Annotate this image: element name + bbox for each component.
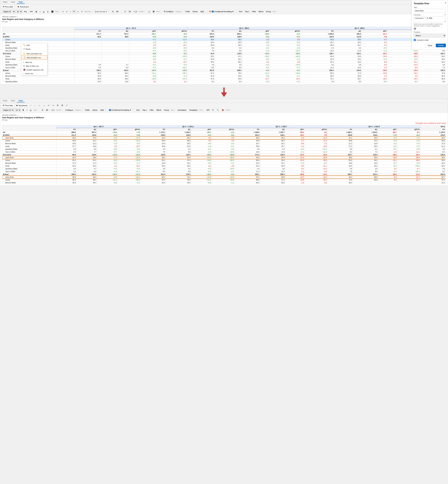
wrap-button[interactable]: ↵	[80, 10, 84, 13]
filter-button[interactable]: Filter	[251, 10, 257, 13]
add-calculated-row-item[interactable]: 📐 Add calculated row	[21, 52, 47, 55]
bottom-filter[interactable]: Filter	[149, 108, 155, 112]
include-total-checkbox[interactable]	[414, 39, 416, 41]
cell-value: 48.4	[301, 55, 335, 58]
bottom-templates[interactable]: Templates	[188, 108, 199, 112]
bottom-unit[interactable]: ÷1.2	[50, 108, 56, 112]
nav-up-button[interactable]: ↑	[30, 104, 33, 107]
split-button[interactable]: Split	[199, 10, 205, 13]
configure-button[interactable]: ⚙ Configure	[162, 10, 175, 13]
conditional-formatting-button[interactable]: 🎨 2 Conditional formatting ▼	[208, 10, 235, 13]
nav-down-button[interactable]: ↓	[33, 104, 37, 107]
edit-menu-item[interactable]: ✏️ Edit	[21, 43, 47, 47]
underline-button[interactable]: U	[42, 10, 46, 13]
pivot-data-button[interactable]: ⊞ Pivot data	[1, 5, 14, 8]
blend-button[interactable]: Blend	[257, 10, 264, 13]
bottom-bold[interactable]: B	[21, 108, 25, 112]
unit-button[interactable]: ÷1.2	[132, 10, 138, 13]
bottom-sort[interactable]: Sort	[135, 108, 141, 112]
bold-button[interactable]: B	[34, 10, 38, 13]
font-larger-button[interactable]: A▲	[23, 10, 28, 13]
bottom-kpi[interactable]: KPI	[205, 108, 211, 112]
series-button[interactable]: Series	[191, 10, 199, 13]
settings2-button[interactable]: ⚙	[56, 104, 60, 107]
italic-button[interactable]: I	[39, 10, 41, 13]
font-size-select[interactable]: 12	[16, 10, 22, 13]
collapse-icon[interactable]: ⊟	[3, 173, 4, 175]
dollar-button[interactable]: $€	[115, 10, 120, 13]
sort-button[interactable]: Sort	[238, 10, 243, 13]
bottom-font-select[interactable]: Segoe UI	[2, 108, 14, 112]
quick-format-button[interactable]: Quick format ▼	[94, 10, 108, 13]
bottom-underline[interactable]: U	[29, 108, 32, 112]
font-select[interactable]: Segoe UI	[2, 10, 15, 13]
collapse-icon[interactable]: ⊟	[3, 53, 4, 55]
formula-textarea[interactable]: [Juices] * 0.895	[414, 16, 446, 22]
invert-row-item[interactable]: ↕ Invert row	[21, 72, 47, 75]
collapse-icon[interactable]: ⊟	[3, 69, 4, 71]
percent-button[interactable]: %	[111, 10, 115, 13]
cell-value: +3.1	[129, 38, 157, 41]
topn-button[interactable]: Top n	[244, 10, 250, 13]
group-button[interactable]: Group	[265, 10, 272, 13]
bg-color-button[interactable]: ⬛	[50, 10, 55, 13]
trellis-button[interactable]: Trellis	[184, 10, 191, 13]
bottom-font-size[interactable]: 12	[15, 108, 21, 112]
bottom-tab-card[interactable]: Card	[9, 99, 16, 102]
bottom-italic[interactable]: I	[25, 108, 28, 112]
panel-close-button[interactable]: ✕	[445, 1, 447, 4]
storyboard-button[interactable]: ▶ Storyboard	[16, 5, 30, 8]
bottom-tab-table[interactable]: Table	[17, 99, 25, 102]
bottom-split[interactable]: Split	[99, 108, 105, 112]
font-smaller-button[interactable]: A▼	[29, 10, 34, 13]
skip-hide-row-item[interactable]: ⊘ Skip & Hide row	[21, 64, 47, 68]
collapse-icon[interactable]: ⊟	[3, 154, 4, 156]
align-center-button[interactable]: ≡	[65, 10, 68, 13]
nav-left-button[interactable]: ↑↑	[37, 104, 41, 107]
bottom-tab-chart[interactable]: Chart	[1, 99, 9, 102]
bottom-storyboard-button[interactable]: ▶ Storyboard	[15, 103, 29, 107]
redo-button[interactable]: ↪	[51, 104, 55, 107]
bottom-blend[interactable]: Blend	[155, 108, 162, 112]
position-select[interactable]: Above Below	[414, 34, 446, 38]
formula-expand-icon[interactable]: ⤢	[444, 13, 446, 16]
line-height-button[interactable]: ↕	[69, 10, 72, 13]
reset-menu-item[interactable]: ↺ Reset	[21, 47, 47, 51]
suppress-null-item[interactable]: 🔇 Enable suppress null	[21, 68, 47, 72]
collapse-icon[interactable]: ⊟	[3, 36, 4, 38]
tab-card[interactable]: Card	[9, 0, 16, 4]
bottom-trellis[interactable]: Trellis	[84, 108, 91, 112]
bottom-export2[interactable]: 📤	[221, 108, 225, 112]
bottom-refresh[interactable]: ↻	[211, 108, 215, 112]
nav-right-button[interactable]: ↓↓	[42, 104, 46, 107]
decimal-button[interactable]: .0	[123, 10, 127, 13]
chart-type-button[interactable]: 📊	[147, 10, 151, 13]
chart-bar-button[interactable]: ▦	[152, 10, 156, 13]
align-right-button[interactable]: ≡	[76, 10, 80, 13]
grid-button[interactable]: ⊞	[60, 104, 64, 107]
create-button[interactable]: Create	[436, 44, 446, 47]
add-template-row-item[interactable]: 📋 Add template row	[21, 55, 47, 60]
bottom-dollar[interactable]: $€	[45, 108, 49, 112]
bottom-pivot-button[interactable]: ⊞ Pivot data	[1, 103, 14, 107]
align-left-button[interactable]: ≡	[61, 10, 65, 13]
bottom-annotation[interactable]: Annotation	[176, 108, 188, 112]
tab-chart[interactable]: Chart	[1, 0, 9, 4]
bottom-search[interactable]: 🔍	[216, 108, 220, 112]
decimal2-button[interactable]: .00	[127, 10, 132, 13]
title-input[interactable]	[414, 9, 446, 13]
bottom-series[interactable]: Series	[91, 108, 99, 112]
bottom-topn[interactable]: Top n	[141, 108, 148, 112]
bottom-conditional[interactable]: 2 Conditional formatting ▼	[108, 108, 132, 112]
skip-row-item[interactable]: ⤵ Skip row	[21, 61, 47, 64]
undo-button[interactable]: ↩	[47, 104, 51, 107]
bottom-group[interactable]: Group	[163, 108, 170, 112]
font-color-button[interactable]: A	[46, 10, 49, 13]
export-button[interactable]: ↗	[65, 104, 69, 107]
comma-button[interactable]: ,	[120, 10, 123, 13]
bottom-percent[interactable]: %	[40, 108, 45, 112]
tab-table[interactable]: Table	[17, 0, 25, 4]
collapse-icon[interactable]: ⊟	[3, 134, 4, 136]
close-button[interactable]: Close	[425, 44, 435, 47]
bottom-configure[interactable]: Configure	[64, 108, 74, 112]
